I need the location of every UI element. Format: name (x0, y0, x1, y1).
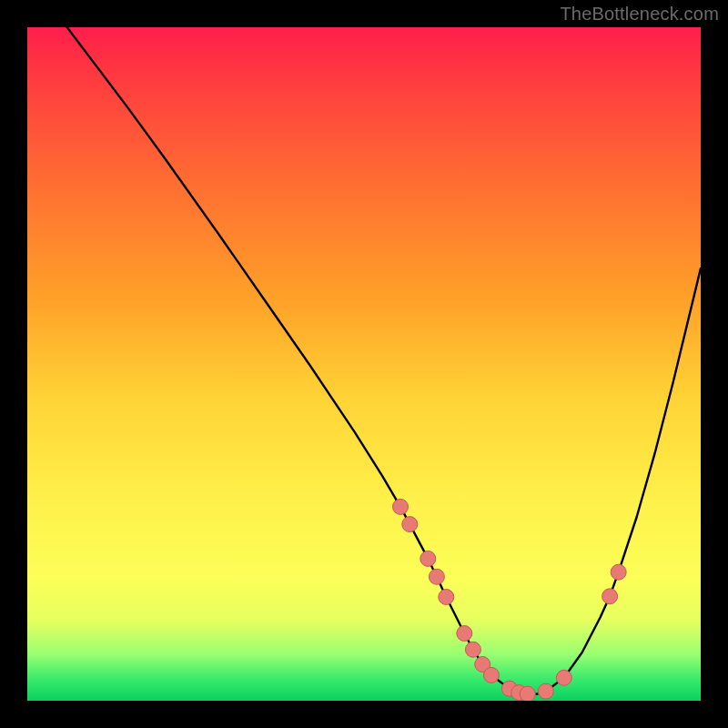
data-marker (611, 564, 626, 580)
outer-frame: TheBottleneck.com (0, 0, 728, 728)
data-marker (402, 517, 418, 532)
data-marker (393, 499, 409, 514)
data-marker (429, 569, 444, 584)
attribution-text: TheBottleneck.com (560, 4, 719, 25)
data-marker (420, 551, 436, 566)
data-marker (538, 683, 553, 699)
data-marker (483, 667, 499, 682)
data-marker (465, 642, 480, 657)
chart-svg (27, 27, 701, 701)
plot-area (27, 27, 701, 701)
data-marker (556, 670, 571, 685)
data-marker (602, 589, 618, 604)
data-marker (520, 686, 535, 701)
data-marker (457, 626, 472, 642)
marker-group (393, 499, 627, 701)
data-marker (439, 590, 454, 605)
